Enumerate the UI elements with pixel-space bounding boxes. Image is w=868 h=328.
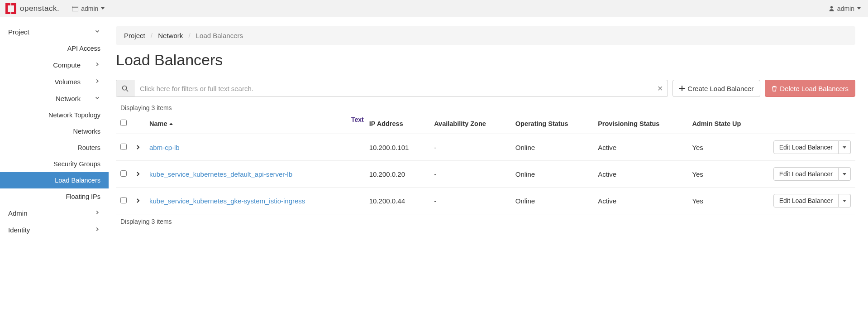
- sidebar-label: Compute: [14, 61, 81, 69]
- cell-op: Online: [511, 161, 593, 188]
- sidebar-label: Project: [8, 28, 29, 36]
- lb-name-link[interactable]: kube_service_kubernetes_default_api-serv…: [149, 170, 292, 178]
- sidebar-item-api-access[interactable]: API Access: [0, 40, 109, 57]
- trash-icon: [772, 86, 777, 92]
- table-row: kube_service_kubernetes_gke-system_istio…: [116, 188, 855, 214]
- svg-point-2: [830, 6, 833, 8]
- domain-icon: [72, 6, 78, 11]
- cell-prov: Active: [593, 161, 687, 188]
- item-count-top: Displaying 3 items: [120, 104, 855, 111]
- sidebar-label: Identity: [8, 226, 30, 234]
- page-title: Load Balancers: [116, 51, 855, 69]
- sidebar-group-compute[interactable]: Compute: [0, 57, 109, 73]
- cell-admin: Yes: [687, 188, 765, 214]
- annotation-overlay: Text: [351, 116, 364, 123]
- cell-az: -: [429, 134, 511, 161]
- load-balancers-table: Name IP Address Availability Zone Operat…: [116, 113, 855, 214]
- delete-load-balancers-button[interactable]: Delete Load Balancers: [765, 80, 855, 97]
- cell-ip: 10.200.0.44: [365, 188, 429, 214]
- cell-ip: 10.200.0.20: [365, 161, 429, 188]
- caret-down-icon: [843, 173, 846, 175]
- caret-down-icon: [843, 146, 846, 149]
- chevron-down-icon: [94, 28, 100, 36]
- row-actions-dropdown[interactable]: [839, 140, 851, 154]
- col-op[interactable]: Operating Status: [511, 113, 593, 134]
- breadcrumb-sep: /: [151, 32, 153, 39]
- svg-line-4: [126, 89, 128, 91]
- search-input[interactable]: [134, 80, 652, 96]
- brand[interactable]: openstack.: [5, 3, 59, 14]
- expand-row-icon[interactable]: [136, 144, 140, 151]
- sidebar-item-floating-ips[interactable]: Floating IPs: [0, 188, 109, 205]
- row-actions-dropdown[interactable]: [839, 194, 851, 207]
- row-checkbox[interactable]: [120, 170, 127, 177]
- breadcrumb-network[interactable]: Network: [158, 32, 183, 39]
- col-admin[interactable]: Admin State Up: [687, 113, 765, 134]
- search-icon: [116, 80, 134, 96]
- col-name[interactable]: Name: [145, 113, 365, 134]
- sidebar-item-network-topology[interactable]: Network Topology: [0, 107, 109, 123]
- project-switcher-label: admin: [81, 5, 98, 12]
- cell-ip: 10.200.0.101: [365, 134, 429, 161]
- project-switcher[interactable]: admin: [72, 5, 105, 12]
- table-row: abm-cp-lb10.200.0.101-OnlineActiveYesEdi…: [116, 134, 855, 161]
- breadcrumb-current: Load Balancers: [196, 32, 243, 39]
- sidebar-group-volumes[interactable]: Volumes: [0, 73, 109, 90]
- row-actions-dropdown[interactable]: [839, 167, 851, 181]
- expand-row-icon[interactable]: [136, 170, 140, 178]
- clear-search-icon[interactable]: ✕: [652, 80, 668, 96]
- chevron-right-icon: [94, 78, 100, 86]
- sidebar-group-admin[interactable]: Admin: [0, 205, 109, 222]
- row-checkbox[interactable]: [120, 144, 127, 150]
- sidebar-item-load-balancers[interactable]: Load Balancers: [0, 172, 109, 188]
- col-prov[interactable]: Provisioning Status: [593, 113, 687, 134]
- edit-load-balancer-button[interactable]: Edit Load Balancer: [773, 194, 839, 207]
- cell-admin: Yes: [687, 134, 765, 161]
- sidebar-group-project[interactable]: Project: [0, 24, 109, 40]
- sidebar: Project API Access Compute Volumes Netwo…: [0, 17, 109, 325]
- svg-point-3: [122, 86, 126, 90]
- main-content: Project / Network / Load Balancers Load …: [109, 17, 868, 325]
- sidebar-item-routers[interactable]: Routers: [0, 140, 109, 156]
- breadcrumb: Project / Network / Load Balancers: [116, 26, 855, 45]
- expand-row-icon[interactable]: [136, 197, 140, 205]
- create-load-balancer-button[interactable]: Create Load Balancer: [672, 80, 760, 97]
- cell-op: Online: [511, 188, 593, 214]
- lb-name-link[interactable]: kube_service_kubernetes_gke-system_istio…: [149, 197, 305, 205]
- top-bar: openstack. admin admin: [0, 0, 868, 17]
- breadcrumb-sep: /: [188, 32, 190, 39]
- table-row: kube_service_kubernetes_default_api-serv…: [116, 161, 855, 188]
- caret-down-icon: [857, 7, 861, 10]
- breadcrumb-project[interactable]: Project: [124, 32, 145, 39]
- select-all-checkbox[interactable]: [120, 120, 127, 126]
- sidebar-item-security-groups[interactable]: Security Groups: [0, 156, 109, 172]
- col-ip[interactable]: IP Address: [365, 113, 429, 134]
- sidebar-label: Admin: [8, 209, 28, 217]
- cell-az: -: [429, 161, 511, 188]
- edit-load-balancer-button[interactable]: Edit Load Balancer: [773, 167, 839, 181]
- button-label: Delete Load Balancers: [780, 85, 849, 92]
- user-icon: [829, 5, 835, 11]
- sidebar-item-networks[interactable]: Networks: [0, 123, 109, 140]
- cell-prov: Active: [593, 134, 687, 161]
- sidebar-label: Network: [14, 95, 81, 102]
- item-count-bottom: Displaying 3 items: [120, 218, 855, 225]
- cell-az: -: [429, 188, 511, 214]
- chevron-down-icon: [94, 95, 100, 102]
- user-menu[interactable]: admin: [829, 5, 861, 12]
- sidebar-group-identity[interactable]: Identity: [0, 222, 109, 238]
- sidebar-group-network[interactable]: Network: [0, 90, 109, 107]
- button-label: Create Load Balancer: [687, 85, 754, 92]
- cell-prov: Active: [593, 188, 687, 214]
- sidebar-label: Volumes: [14, 78, 81, 86]
- row-checkbox[interactable]: [120, 197, 127, 203]
- plus-icon: [679, 86, 685, 91]
- toolbar: ✕ Create Load Balancer Delete Load Balan…: [116, 80, 855, 97]
- lb-name-link[interactable]: abm-cp-lb: [149, 144, 180, 151]
- brand-text: openstack.: [20, 4, 59, 13]
- col-az[interactable]: Availability Zone: [429, 113, 511, 134]
- col-label: Name: [149, 120, 167, 127]
- openstack-logo-icon: [5, 3, 16, 14]
- edit-load-balancer-button[interactable]: Edit Load Balancer: [773, 140, 839, 154]
- svg-rect-0: [72, 6, 78, 11]
